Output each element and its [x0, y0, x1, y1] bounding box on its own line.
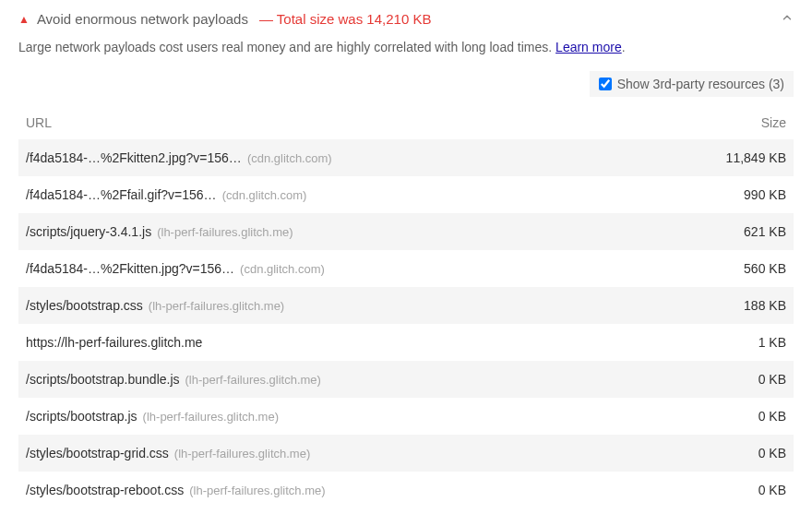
size-value: 990 [744, 187, 765, 202]
table-row: /f4da5184-…%2Fkitten.jpg?v=156…(cdn.glit… [18, 250, 794, 287]
url-cell: /scripts/jquery-3.4.1.js(lh-perf-failure… [18, 213, 647, 250]
learn-more-link[interactable]: Learn more [555, 40, 622, 54]
url-path: /styles/bootstrap-reboot.css [26, 483, 184, 497]
url-cell: /scripts/bootstrap.bundle.js(lh-perf-fai… [18, 361, 647, 398]
url-path: /f4da5184-…%2Fkitten.jpg?v=156… [26, 261, 234, 276]
table-row: /f4da5184-…%2Fkitten2.jpg?v=156…(cdn.gli… [18, 139, 794, 176]
url-origin: (lh-perf-failures.glitch.me) [189, 484, 325, 497]
filter-row: Show 3rd-party resources (3) [18, 71, 794, 97]
url-cell: /styles/bootstrap.css(lh-perf-failures.g… [18, 287, 647, 324]
url-cell: /styles/bootstrap-reboot.css(lh-perf-fai… [18, 472, 647, 508]
size-value: 11,849 [726, 150, 766, 165]
url-origin: (lh-perf-failures.glitch.me) [143, 410, 279, 424]
size-unit: KB [769, 187, 786, 202]
resources-table: URL Size /f4da5184-…%2Fkitten2.jpg?v=156… [18, 108, 794, 508]
url-origin: (lh-perf-failures.glitch.me) [157, 225, 293, 239]
size-unit: KB [769, 298, 786, 313]
url-path: /styles/bootstrap-grid.css [26, 446, 169, 460]
url-cell: /scripts/bootstrap.js(lh-perf-failures.g… [18, 398, 647, 435]
table-row: /scripts/bootstrap.js(lh-perf-failures.g… [18, 398, 794, 435]
table-row: /styles/bootstrap-grid.css(lh-perf-failu… [18, 435, 794, 472]
url-origin: (lh-perf-failures.glitch.me) [185, 373, 321, 387]
table-row: /scripts/bootstrap.bundle.js(lh-perf-fai… [18, 361, 794, 398]
size-value: 0 [758, 372, 766, 387]
warning-triangle-icon: ▲ [18, 14, 30, 25]
size-cell: 11,849 KB [647, 139, 794, 176]
size-value: 0 [758, 409, 766, 424]
url-cell: /f4da5184-…%2Fkitten.jpg?v=156…(cdn.glit… [18, 250, 647, 287]
size-unit: KB [769, 261, 786, 276]
size-unit: KB [769, 224, 786, 239]
size-cell: 990 KB [647, 176, 794, 213]
size-value: 560 [744, 261, 765, 276]
third-party-filter[interactable]: Show 3rd-party resources (3) [590, 71, 794, 97]
url-cell: https://lh-perf-failures.glitch.me [18, 324, 647, 361]
audit-total-size: — Total size was 14,210 KB [259, 11, 432, 27]
third-party-checkbox[interactable] [599, 78, 612, 90]
audit-title: Avoid enormous network payloads [37, 11, 248, 27]
url-path: /styles/bootstrap.css [26, 298, 143, 313]
url-origin: (cdn.glitch.com) [240, 262, 325, 276]
size-unit: KB [769, 150, 786, 165]
size-unit: KB [769, 335, 786, 350]
size-value: 0 [758, 483, 766, 497]
size-cell: 0 KB [647, 398, 794, 435]
url-path: /scripts/bootstrap.js [26, 409, 137, 424]
size-cell: 0 KB [647, 472, 794, 508]
size-cell: 0 KB [647, 435, 794, 472]
url-path: /f4da5184-…%2Fkitten2.jpg?v=156… [26, 150, 242, 165]
table-row: /scripts/jquery-3.4.1.js(lh-perf-failure… [18, 213, 794, 250]
size-unit: KB [769, 446, 786, 460]
third-party-label: Show 3rd-party resources (3) [617, 77, 784, 91]
url-path: /scripts/bootstrap.bundle.js [26, 372, 180, 387]
size-value: 1 [758, 335, 766, 350]
size-unit: KB [769, 409, 786, 424]
size-cell: 560 KB [647, 250, 794, 287]
url-path: /scripts/jquery-3.4.1.js [26, 224, 151, 239]
url-cell: /styles/bootstrap-grid.css(lh-perf-failu… [18, 435, 647, 472]
table-row: /styles/bootstrap-reboot.css(lh-perf-fai… [18, 472, 794, 508]
audit-header[interactable]: ▲ Avoid enormous network payloads — Tota… [18, 11, 794, 27]
size-cell: 0 KB [647, 361, 794, 398]
chevron-up-icon [781, 11, 794, 27]
size-cell: 188 KB [647, 287, 794, 324]
url-cell: /f4da5184-…%2Fkitten2.jpg?v=156…(cdn.gli… [18, 139, 647, 176]
table-row: /styles/bootstrap.css(lh-perf-failures.g… [18, 287, 794, 324]
column-header-size: Size [647, 108, 794, 139]
size-value: 0 [758, 446, 766, 460]
url-path: /f4da5184-…%2Ffail.gif?v=156… [26, 187, 217, 202]
url-origin: (lh-perf-failures.glitch.me) [149, 299, 284, 313]
size-unit: KB [769, 372, 786, 387]
url-path: https://lh-perf-failures.glitch.me [26, 335, 202, 350]
url-origin: (cdn.glitch.com) [247, 151, 332, 165]
table-row: https://lh-perf-failures.glitch.me1 KB [18, 324, 794, 361]
audit-description: Large network payloads cost users real m… [18, 40, 794, 54]
size-unit: KB [769, 483, 786, 497]
size-cell: 1 KB [647, 324, 794, 361]
size-value: 621 [744, 224, 765, 239]
size-value: 188 [744, 298, 765, 313]
audit-panel: ▲ Avoid enormous network payloads — Tota… [0, 0, 812, 520]
url-origin: (cdn.glitch.com) [222, 188, 307, 202]
column-header-url: URL [18, 108, 647, 139]
table-row: /f4da5184-…%2Ffail.gif?v=156…(cdn.glitch… [18, 176, 794, 213]
url-cell: /f4da5184-…%2Ffail.gif?v=156…(cdn.glitch… [18, 176, 647, 213]
size-cell: 621 KB [647, 213, 794, 250]
url-origin: (lh-perf-failures.glitch.me) [174, 447, 310, 460]
